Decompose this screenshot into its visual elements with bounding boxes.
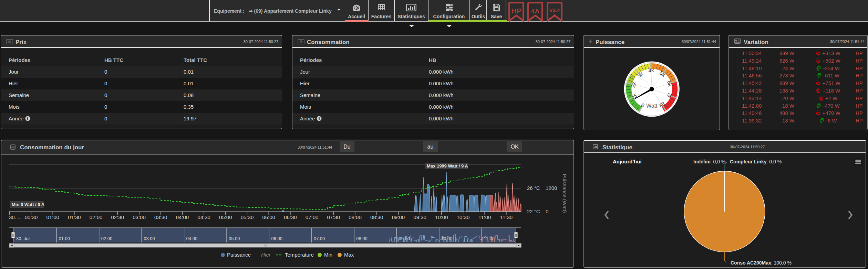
svg-text:4A: 4A (531, 8, 540, 15)
svg-text:0: 0 (300, 40, 302, 43)
svg-text:30. ...: 30. ... (9, 214, 22, 220)
svg-text:08:30: 08:30 (370, 214, 383, 220)
svg-text:06:00: 06:00 (262, 214, 275, 220)
svg-text:0: 0 (546, 208, 548, 214)
svg-text:30. Juil: 30. Juil (16, 236, 30, 241)
svg-text:09:00: 09:00 (392, 214, 405, 220)
svg-text:Min: Min (324, 252, 332, 258)
svg-text:04:00: 04:00 (186, 236, 198, 241)
svg-text:05:00: 05:00 (229, 236, 240, 241)
svg-text:0: 0 (9, 40, 11, 43)
svg-text:11:30: 11:30 (500, 214, 513, 220)
svg-text:07:30: 07:30 (327, 214, 340, 220)
svg-text:01:30: 01:30 (68, 214, 81, 220)
svg-text:Puissance: Puissance (227, 252, 251, 258)
svg-text:1200: 1200 (546, 185, 557, 191)
svg-text:10:30: 10:30 (457, 214, 470, 220)
svg-text:07:00: 07:00 (314, 236, 325, 241)
svg-text:05:00: 05:00 (219, 214, 232, 220)
svg-text:Température: Température (285, 252, 314, 258)
svg-text:26 °C: 26 °C (527, 185, 540, 191)
svg-text:Min 0 Watt / 0 A: Min 0 Watt / 0 A (12, 202, 45, 207)
svg-text:00:30: 00:30 (25, 214, 38, 220)
svg-text:01:00: 01:00 (46, 214, 59, 220)
svg-text:4k: 4k (648, 67, 654, 74)
svg-text:02:00: 02:00 (90, 214, 103, 220)
svg-text:Max 1999 Watt / 9 A: Max 1999 Watt / 9 A (427, 163, 468, 169)
svg-text:05:30: 05:30 (241, 214, 254, 220)
svg-text:V3.4: V3.4 (549, 7, 560, 13)
svg-text:02:30: 02:30 (111, 214, 124, 220)
svg-text:10:00: 10:00 (435, 214, 448, 220)
svg-text:HP: HP (511, 7, 521, 15)
svg-text:Max: Max (344, 252, 354, 258)
svg-text:03:00: 03:00 (144, 236, 155, 241)
svg-text:02:00: 02:00 (101, 236, 113, 241)
svg-text:08:00: 08:00 (356, 236, 368, 241)
svg-text:06:30: 06:30 (284, 214, 297, 220)
svg-text:08:00: 08:00 (349, 214, 362, 220)
svg-text:11:00: 11:00 (478, 214, 491, 220)
svg-text:Puissance (Watt): Puissance (Watt) (562, 174, 568, 213)
svg-text:03:00: 03:00 (133, 214, 146, 220)
svg-text:09:00: 09:00 (399, 236, 410, 241)
svg-text:04:30: 04:30 (197, 214, 210, 220)
svg-text:Hier: Hier (261, 252, 271, 258)
svg-text:04:00: 04:00 (176, 214, 189, 220)
svg-text:Watt: Watt (646, 103, 658, 109)
svg-text:01:00: 01:00 (59, 236, 70, 241)
svg-text:06:00: 06:00 (271, 236, 282, 241)
svg-text:5: 5 (554, 13, 556, 18)
svg-text:22 °C: 22 °C (527, 208, 540, 214)
svg-text:03:30: 03:30 (154, 214, 167, 220)
svg-text:07:00: 07:00 (306, 214, 319, 220)
svg-text:09:30: 09:30 (413, 214, 426, 220)
